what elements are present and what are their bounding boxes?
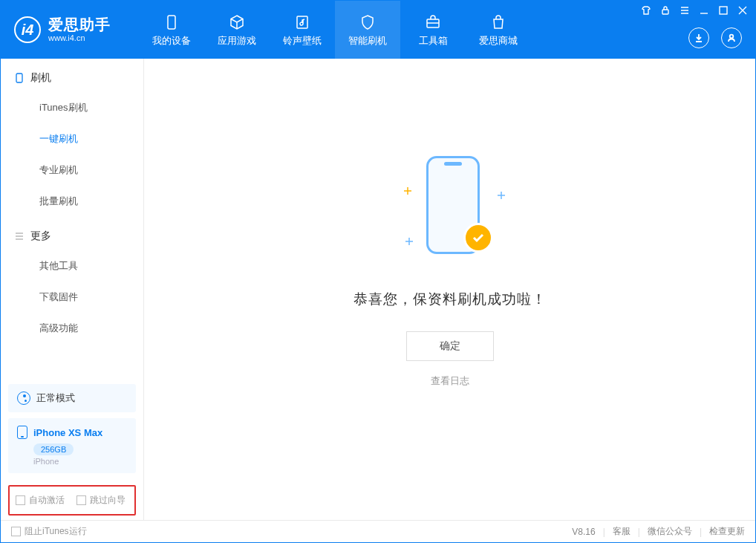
device-icon (162, 13, 181, 32)
checkbox-label: 阻止iTunes运行 (25, 525, 87, 538)
svg-rect-4 (720, 7, 727, 14)
phone-small-icon (14, 73, 25, 83)
checkbox-block-itunes[interactable]: 阻止iTunes运行 (11, 525, 87, 538)
success-graphic (383, 147, 517, 273)
sidebar-item-other-tools[interactable]: 其他工具 (1, 250, 143, 282)
list-icon (14, 231, 25, 241)
separator: | (638, 527, 640, 537)
shield-icon (358, 13, 377, 32)
mode-box[interactable]: 正常模式 (8, 384, 136, 412)
sidebar-item-itunes-flash[interactable]: iTunes刷机 (1, 92, 143, 123)
checkbox-icon (11, 527, 21, 536)
sidebar-item-batch-flash[interactable]: 批量刷机 (1, 186, 143, 217)
separator: | (603, 527, 605, 537)
tab-label: 铃声壁纸 (283, 34, 322, 48)
tab-label: 我的设备 (152, 34, 191, 48)
confirm-button[interactable]: 确定 (406, 331, 494, 361)
download-icon[interactable] (688, 27, 709, 48)
sidebar-item-oneclick-flash[interactable]: 一键刷机 (1, 123, 143, 155)
separator: | (700, 527, 702, 537)
menu-icon[interactable] (680, 5, 690, 16)
section-more: 更多 (1, 217, 143, 250)
storage-badge: 256GB (33, 443, 74, 455)
svg-rect-6 (16, 74, 22, 82)
bag-icon (489, 13, 508, 32)
checkbox-icon (16, 495, 25, 505)
footer: 阻止iTunes运行 V8.16 | 客服 | 微信公众号 | 检查更新 (1, 520, 755, 542)
sparkle-icon (498, 189, 502, 193)
lock-icon[interactable] (660, 5, 671, 16)
device-type: iPhone (33, 457, 127, 466)
tab-label: 智能刷机 (348, 34, 387, 48)
account-icon[interactable] (721, 27, 742, 48)
version-label: V8.16 (572, 527, 595, 537)
sidebar-item-advanced[interactable]: 高级功能 (1, 313, 143, 344)
main-content: 恭喜您，保资料刷机成功啦！ 确定 查看日志 (144, 59, 755, 520)
mode-label: 正常模式 (36, 391, 75, 405)
section-title: 刷机 (30, 71, 51, 85)
tab-toolbox[interactable]: 工具箱 (400, 1, 466, 59)
device-name: iPhone XS Max (33, 427, 102, 438)
section-title: 更多 (30, 230, 51, 243)
success-check-icon (463, 223, 493, 253)
success-message: 恭喜您，保资料刷机成功啦！ (353, 290, 547, 309)
mode-icon (17, 391, 30, 405)
tab-apps-games[interactable]: 应用游戏 (204, 1, 270, 59)
tshirt-icon[interactable] (641, 5, 651, 16)
tab-label: 应用游戏 (218, 34, 256, 48)
app-title: 爱思助手 (48, 16, 111, 33)
tab-smart-flash[interactable]: 智能刷机 (335, 1, 400, 59)
svg-rect-3 (662, 10, 668, 14)
link-check-update[interactable]: 检查更新 (709, 525, 745, 538)
tab-ringtones-wallpapers[interactable]: 铃声壁纸 (270, 1, 335, 59)
minimize-icon[interactable] (699, 5, 709, 16)
tab-my-device[interactable]: 我的设备 (139, 1, 204, 59)
checkbox-auto-activate[interactable]: 自动激活 (16, 494, 65, 507)
app-subtitle: www.i4.cn (48, 33, 111, 43)
logo-area: i4 爱思助手 www.i4.cn (1, 1, 124, 59)
link-support[interactable]: 客服 (613, 525, 630, 538)
checkbox-icon (76, 495, 86, 505)
checkbox-skip-guide[interactable]: 跳过向导 (76, 494, 126, 507)
header-right-icons (688, 27, 742, 48)
checkbox-row: 自动激活 跳过向导 (8, 485, 136, 516)
tab-label: 爱思商城 (479, 34, 518, 48)
window-controls (641, 5, 748, 16)
cube-icon (227, 13, 247, 32)
sparkle-icon (404, 184, 408, 189)
checkbox-label: 自动激活 (29, 494, 65, 507)
checkbox-label: 跳过向导 (90, 494, 126, 507)
toolbox-icon (423, 13, 443, 32)
sparkle-icon (405, 235, 410, 239)
maximize-icon[interactable] (718, 5, 729, 16)
tab-label: 工具箱 (419, 34, 448, 48)
device-box[interactable]: iPhone XS Max 256GB iPhone (8, 418, 136, 473)
logo-icon: i4 (14, 16, 41, 43)
sidebar-item-download-firmware[interactable]: 下载固件 (1, 282, 143, 313)
device-phone-icon (17, 426, 27, 439)
svg-point-5 (730, 35, 734, 39)
sidebar: 刷机 iTunes刷机 一键刷机 专业刷机 批量刷机 更多 其他工具 下载固件 … (1, 59, 144, 520)
close-icon[interactable] (737, 5, 748, 16)
link-wechat[interactable]: 微信公众号 (648, 525, 692, 538)
sidebar-item-pro-flash[interactable]: 专业刷机 (1, 155, 143, 186)
section-flash: 刷机 (1, 59, 143, 92)
music-icon (293, 13, 312, 32)
view-log-link[interactable]: 查看日志 (431, 374, 469, 388)
tab-store[interactable]: 爱思商城 (466, 1, 531, 59)
nav-tabs: 我的设备 应用游戏 铃声壁纸 智能刷机 工具箱 爱思商城 (139, 1, 531, 59)
svg-rect-0 (168, 16, 175, 29)
app-header: i4 爱思助手 www.i4.cn 我的设备 应用游戏 铃声壁纸 智能刷机 工具… (1, 1, 755, 59)
